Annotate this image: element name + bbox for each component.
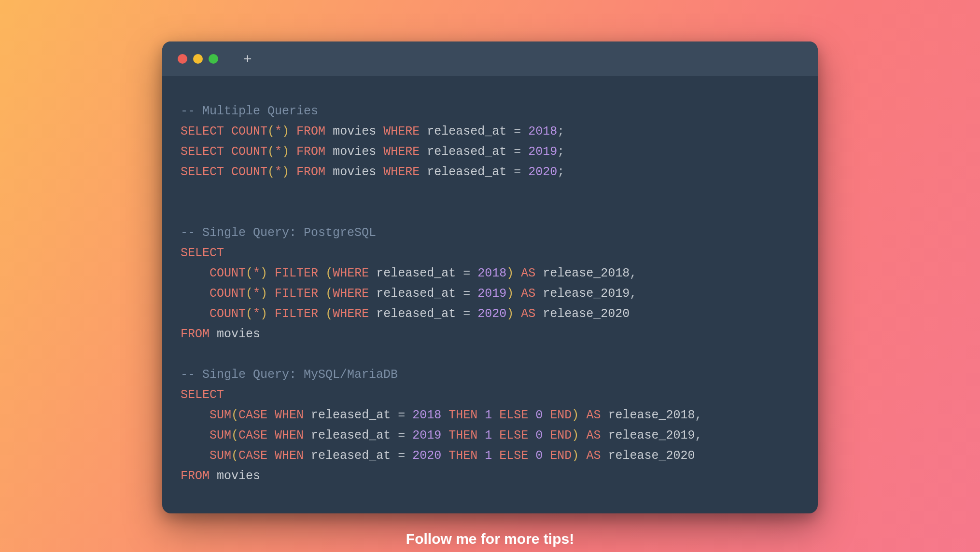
caption-text: Follow me for more tips! [406,531,574,547]
tok-where: WHERE [333,307,369,321]
tok-rparen: ) [260,266,267,280]
tok-lparen: ( [231,408,238,422]
tok-star: * [253,266,260,280]
tok-else: ELSE [499,428,528,442]
tok-lparen: ( [267,165,275,179]
tok-star: * [253,287,260,301]
tok-num: 1 [485,428,492,442]
tok-alias: release_2020 [543,307,630,321]
tok-else: ELSE [499,408,528,422]
tok-year: 2019 [477,287,506,301]
tok-rparen: ) [506,287,514,301]
tok-end: END [550,408,572,422]
tok-table: movies [333,124,376,138]
tok-lparen: ( [267,124,275,138]
tok-as: AS [586,449,601,463]
tok-num: 0 [535,408,543,422]
tok-star: * [253,307,260,321]
tok-lparen: ( [231,449,238,463]
tok-year: 2019 [412,428,441,442]
tok-from: FROM [296,124,325,138]
tok-lparen: ( [246,266,253,280]
code-editor[interactable]: -- Multiple Queries SELECT COUNT(*) FROM… [162,76,818,513]
tok-from: FROM [181,327,210,341]
tok-lparen: ( [231,428,238,442]
tok-when: WHEN [275,408,304,422]
new-tab-button[interactable]: + [243,52,252,66]
tok-rparen: ) [506,307,514,321]
indent [181,266,210,280]
tok-count: COUNT [210,307,246,321]
tok-table: movies [217,327,260,341]
tok-from: FROM [181,469,210,483]
tok-eq: = [398,408,405,422]
close-dot[interactable] [178,54,187,64]
tok-alias: release_2019 [543,287,630,301]
tok-rparen: ) [282,145,289,159]
tok-star: * [275,124,282,138]
zoom-dot[interactable] [209,54,218,64]
tok-alias: release_2019 [608,428,695,442]
editor-window: + -- Multiple Queries SELECT COUNT(*) FR… [162,41,818,513]
tok-alias: release_2018 [543,266,630,280]
tok-comma: , [630,266,637,280]
tok-where: WHERE [333,287,369,301]
tok-filter: FILTER [275,287,318,301]
tok-alias: release_2018 [608,408,695,422]
code-comment: -- Single Query: MySQL/MariaDB [181,368,398,382]
tok-lparen: ( [267,145,275,159]
tok-filter: FILTER [275,266,318,280]
tok-lparen: ( [325,266,333,280]
tok-select: SELECT [181,246,224,260]
tok-rparen: ) [282,124,289,138]
tok-comma: , [695,428,702,442]
tok-else: ELSE [499,449,528,463]
tok-then: THEN [448,408,477,422]
minimize-dot[interactable] [193,54,203,64]
tok-eq: = [398,449,405,463]
tok-count: COUNT [231,124,267,138]
tok-rparen: ) [506,266,514,280]
tok-num: 1 [485,408,492,422]
tok-eq: = [463,266,470,280]
tok-as: AS [586,428,601,442]
tok-sum: SUM [210,408,231,422]
window-titlebar: + [162,41,818,76]
tok-count: COUNT [210,266,246,280]
tok-end: END [550,428,572,442]
tok-year: 2020 [477,307,506,321]
tok-case: CASE [238,408,267,422]
tok-case: CASE [238,428,267,442]
tok-where: WHERE [383,145,420,159]
tok-end: END [550,449,572,463]
tok-where: WHERE [383,165,420,179]
tok-year: 2018 [528,124,557,138]
tok-count: COUNT [231,145,267,159]
tok-year: 2020 [528,165,557,179]
tok-lparen: ( [325,287,333,301]
tok-year: 2019 [528,145,557,159]
tok-table: movies [333,165,376,179]
tok-semi: ; [557,124,564,138]
tok-col: released_at [427,124,506,138]
tok-col: released_at [311,428,391,442]
tok-sum: SUM [210,449,231,463]
tok-year: 2018 [477,266,506,280]
tok-year: 2018 [412,408,441,422]
tok-rparen: ) [572,428,579,442]
tok-num: 0 [535,449,543,463]
tok-lparen: ( [246,287,253,301]
tok-select: SELECT [181,165,224,179]
tok-when: WHEN [275,428,304,442]
tok-lparen: ( [246,307,253,321]
tok-count: COUNT [231,165,267,179]
tok-year: 2020 [412,449,441,463]
tok-from: FROM [296,165,325,179]
tok-select: SELECT [181,124,224,138]
tok-as: AS [586,408,601,422]
tok-case: CASE [238,449,267,463]
tok-eq: = [463,307,470,321]
indent [181,428,210,442]
tok-col: released_at [376,287,456,301]
tok-col: released_at [311,408,391,422]
